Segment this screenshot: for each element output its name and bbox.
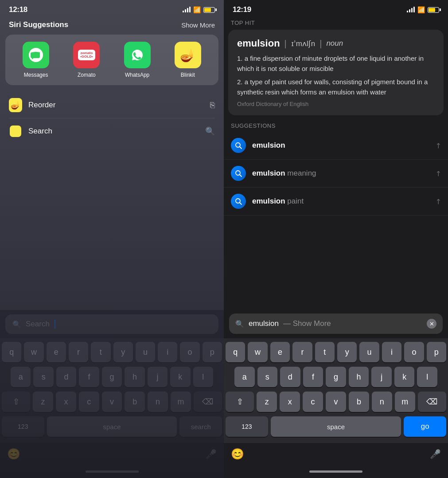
right-key-n[interactable]: n bbox=[372, 392, 392, 412]
dict-word: emulsion bbox=[237, 38, 280, 49]
svg-line-5 bbox=[240, 147, 242, 149]
zomato-app-name: Zomato bbox=[78, 72, 96, 78]
dict-pronunciation: ɪˈmʌlʃn bbox=[291, 39, 315, 48]
right-key-r[interactable]: r bbox=[292, 342, 312, 362]
right-number-key[interactable]: 123 bbox=[226, 416, 268, 437]
right-key-a[interactable]: a bbox=[234, 367, 255, 387]
right-key-c[interactable]: c bbox=[303, 392, 323, 412]
right-key-y[interactable]: y bbox=[337, 342, 357, 362]
blinkit-app-icon[interactable]: 🪔 bbox=[175, 42, 201, 68]
app-item-zomato[interactable]: zomato•GOLD• Zomato bbox=[69, 42, 104, 78]
right-search-typed: emulsion bbox=[249, 319, 279, 328]
right-key-t[interactable]: t bbox=[315, 342, 335, 362]
right-keyboard-row-1: q w e r t y u i o p bbox=[226, 342, 446, 362]
left-status-icons: 📶 bbox=[183, 6, 215, 13]
whatsapp-app-name: WhatsApp bbox=[125, 72, 149, 78]
search-row[interactable]: 🪔 Search 🔍 bbox=[0, 118, 224, 144]
app-item-whatsapp[interactable]: WhatsApp bbox=[120, 42, 155, 78]
app-grid: Messages zomato•GOLD• Zomato bbox=[11, 42, 213, 78]
right-time: 12:19 bbox=[233, 5, 251, 14]
app-item-messages[interactable]: Messages bbox=[18, 42, 54, 78]
show-more-button[interactable]: Show More bbox=[181, 21, 215, 29]
go-key[interactable]: go bbox=[404, 416, 446, 437]
zomato-app-icon[interactable]: zomato•GOLD• bbox=[73, 42, 100, 68]
search-row-icon-wrap: 🪔 bbox=[9, 125, 22, 138]
blinkit-app-name: Blinkit bbox=[181, 72, 195, 78]
right-home-bar bbox=[309, 470, 362, 473]
right-delete-key[interactable]: ⌫ bbox=[418, 392, 446, 412]
right-key-b[interactable]: b bbox=[349, 392, 369, 412]
suggestion-text-1: emulsion bbox=[252, 141, 429, 150]
svg-line-7 bbox=[240, 175, 242, 176]
right-key-l[interactable]: l bbox=[417, 367, 437, 387]
right-keyboard-container: 🔍 emulsion — Show More ✕ q w e r t y u i… bbox=[224, 309, 448, 478]
right-search-container: 🔍 emulsion — Show More ✕ bbox=[224, 309, 448, 338]
app-item-blinkit[interactable]: 🪔 Blinkit bbox=[170, 42, 206, 78]
right-keyboard-row-2: a s d f g h j k l bbox=[226, 367, 446, 387]
right-key-e[interactable]: e bbox=[270, 342, 290, 362]
zomato-logo-text: zomato•GOLD• bbox=[80, 51, 93, 59]
right-key-x[interactable]: x bbox=[280, 392, 300, 412]
suggestion-arrow-1: ↗ bbox=[433, 141, 443, 151]
suggestion-row-2[interactable]: emulsion meaning ↗ bbox=[224, 160, 448, 188]
right-key-h[interactable]: h bbox=[349, 367, 369, 387]
reorder-icon: 🪔 bbox=[9, 98, 22, 112]
right-key-m[interactable]: m bbox=[395, 392, 415, 412]
suggestion-row-1[interactable]: emulsion ↗ bbox=[224, 132, 448, 160]
reorder-row[interactable]: 🪔 Reorder ⎘ bbox=[0, 92, 224, 118]
right-space-key[interactable]: space bbox=[271, 416, 401, 437]
messages-app-icon[interactable] bbox=[23, 42, 49, 68]
copy-icon: ⎘ bbox=[210, 101, 215, 110]
whatsapp-app-icon[interactable] bbox=[124, 42, 151, 68]
right-keyboard-row-4: 123 space go bbox=[226, 416, 446, 437]
right-show-more: — Show More bbox=[283, 319, 331, 328]
right-key-k[interactable]: k bbox=[394, 367, 415, 387]
left-phone-screen: 12:18 📶 Siri Suggestions Show More bbox=[0, 0, 224, 478]
right-status-bar: 12:19 📶 bbox=[224, 0, 448, 18]
right-phone-screen: 12:19 📶 Top Hit emulsion | ɪˈmʌlʃn | bbox=[224, 0, 448, 478]
right-key-p[interactable]: p bbox=[427, 342, 446, 362]
suggestion-text-2: emulsion meaning bbox=[252, 169, 429, 178]
dictionary-card[interactable]: emulsion | ɪˈmʌlʃn | noun 1. a fine disp… bbox=[228, 30, 444, 115]
signal-icon bbox=[183, 7, 191, 12]
svg-line-9 bbox=[240, 203, 242, 204]
siri-suggestions-label: Siri Suggestions bbox=[9, 20, 68, 29]
right-key-i[interactable]: i bbox=[382, 342, 401, 362]
right-shift-key[interactable]: ⇧ bbox=[226, 392, 254, 412]
right-keyboard: q w e r t y u i o p a s d f g h j k bbox=[224, 338, 448, 443]
right-key-j[interactable]: j bbox=[371, 367, 392, 387]
right-key-g[interactable]: g bbox=[326, 367, 346, 387]
right-keyboard-bottom: 😊 🎤 bbox=[224, 443, 448, 467]
right-battery-icon bbox=[428, 7, 439, 13]
suggestion-search-icon-1 bbox=[231, 138, 246, 153]
right-key-w[interactable]: w bbox=[248, 342, 267, 362]
clear-search-button[interactable]: ✕ bbox=[427, 319, 436, 329]
suggestions-label: Suggestions bbox=[224, 121, 448, 132]
right-key-d[interactable]: d bbox=[280, 367, 300, 387]
right-emoji-key[interactable]: 😊 bbox=[231, 448, 244, 460]
suggestion-row-3[interactable]: emulsion paint ↗ bbox=[224, 188, 448, 215]
right-search-icon: 🔍 bbox=[235, 320, 244, 328]
svg-rect-2 bbox=[10, 125, 21, 137]
dict-divider-1: | bbox=[284, 39, 287, 49]
right-key-u[interactable]: u bbox=[359, 342, 379, 362]
right-key-f[interactable]: f bbox=[303, 367, 323, 387]
dict-word-line: emulsion | ɪˈmʌlʃn | noun bbox=[237, 38, 435, 49]
right-mic-key[interactable]: 🎤 bbox=[430, 449, 441, 459]
dict-definition-2: 2. a type of paint used for walls, consi… bbox=[237, 77, 435, 97]
wifi-icon: 📶 bbox=[193, 6, 201, 13]
right-key-o[interactable]: o bbox=[404, 342, 424, 362]
right-home-indicator bbox=[224, 467, 448, 478]
right-status-icons: 📶 bbox=[407, 6, 439, 13]
right-key-v[interactable]: v bbox=[326, 392, 346, 412]
right-key-z[interactable]: z bbox=[257, 392, 277, 412]
battery-icon bbox=[203, 7, 215, 13]
right-keyboard-row-3: ⇧ z x c v b n m ⌫ bbox=[226, 392, 446, 412]
right-search-bar[interactable]: 🔍 emulsion — Show More ✕ bbox=[229, 313, 443, 334]
suggestion-search-icon-3 bbox=[231, 194, 246, 209]
messages-app-name: Messages bbox=[24, 72, 48, 78]
app-grid-container: Messages zomato•GOLD• Zomato bbox=[5, 35, 218, 85]
right-key-s[interactable]: s bbox=[257, 367, 278, 387]
siri-suggestions-header: Siri Suggestions Show More bbox=[0, 18, 224, 35]
right-key-q[interactable]: q bbox=[226, 342, 245, 362]
